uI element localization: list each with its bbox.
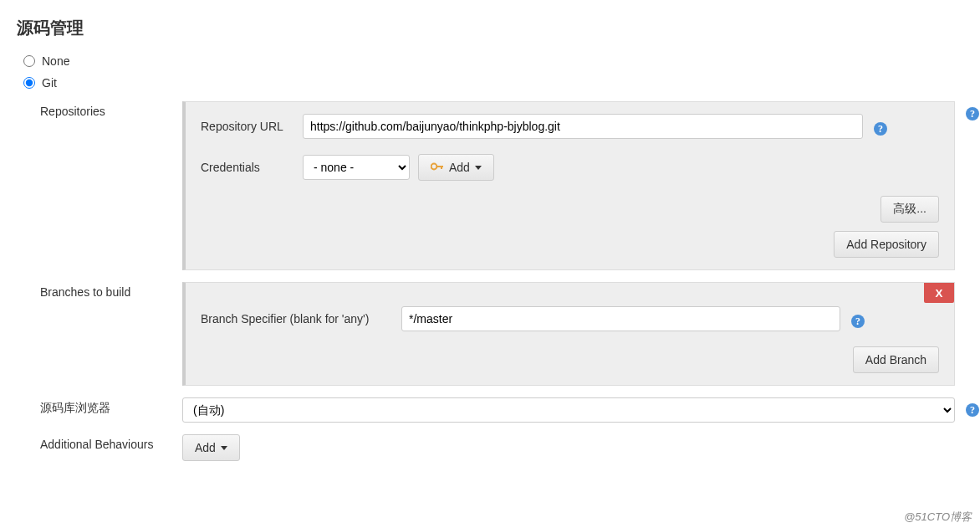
svg-text:?: ?: [970, 108, 975, 120]
svg-text:?: ?: [855, 315, 860, 327]
key-icon: [431, 161, 444, 175]
branch-specifier-label: Branch Specifier (blank for 'any'): [201, 312, 401, 326]
help-icon[interactable]: ?: [873, 121, 888, 136]
scm-none-radio[interactable]: [23, 55, 35, 67]
help-icon[interactable]: ?: [965, 106, 980, 121]
scm-none-label: None: [42, 54, 69, 68]
repositories-row: Repositories Repository URL ? Credential…: [40, 101, 980, 270]
scm-none-row[interactable]: None: [23, 54, 980, 68]
repo-url-input[interactable]: [303, 114, 863, 139]
repo-url-label: Repository URL: [201, 120, 303, 133]
svg-text:?: ?: [878, 123, 883, 135]
branches-label: Branches to build: [40, 282, 182, 299]
advanced-button[interactable]: 高级...: [880, 196, 939, 223]
add-repository-button[interactable]: Add Repository: [834, 231, 939, 258]
behaviours-label: Additional Behaviours: [40, 434, 182, 451]
branches-row: Branches to build X Branch Specifier (bl…: [40, 282, 980, 386]
repo-browser-select[interactable]: (自动): [182, 397, 955, 423]
add-behaviour-button[interactable]: Add: [182, 434, 240, 461]
branches-box: X Branch Specifier (blank for 'any') ? A…: [182, 282, 955, 386]
svg-text:?: ?: [970, 404, 975, 416]
branch-specifier-input[interactable]: [401, 306, 840, 331]
scm-git-radio[interactable]: [23, 77, 35, 89]
svg-rect-4: [441, 166, 442, 169]
delete-branch-button[interactable]: X: [924, 283, 954, 303]
repo-browser-row: 源码库浏览器 (自动) ?: [40, 397, 980, 423]
section-title: 源码管理: [17, 17, 980, 39]
repositories-label: Repositories: [40, 101, 182, 118]
add-credentials-button[interactable]: Add: [418, 154, 494, 181]
add-credentials-label: Add: [449, 161, 470, 174]
svg-point-2: [431, 163, 437, 169]
behaviours-row: Additional Behaviours Add: [40, 434, 980, 461]
help-icon[interactable]: ?: [850, 314, 865, 329]
caret-down-icon: [221, 446, 227, 450]
add-behaviour-label: Add: [195, 441, 216, 454]
scm-git-label: Git: [42, 76, 57, 90]
scm-git-row[interactable]: Git: [23, 76, 980, 90]
credentials-select[interactable]: - none -: [303, 155, 410, 180]
credentials-label: Credentials: [201, 161, 303, 174]
repositories-box: Repository URL ? Credentials - none -: [182, 101, 955, 270]
caret-down-icon: [475, 166, 482, 170]
help-icon[interactable]: ?: [965, 402, 980, 418]
add-branch-button[interactable]: Add Branch: [853, 346, 939, 373]
repo-browser-label: 源码库浏览器: [40, 397, 182, 416]
